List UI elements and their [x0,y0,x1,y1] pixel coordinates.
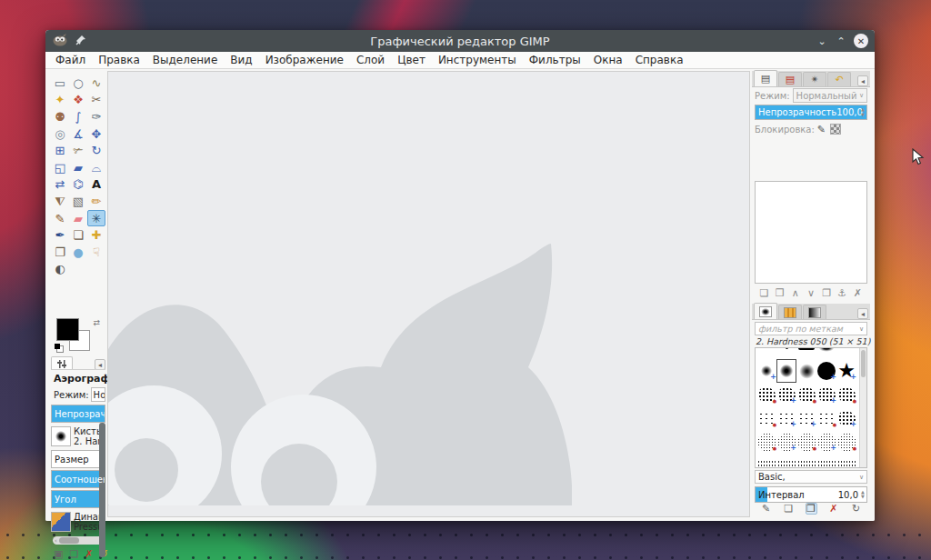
close-button[interactable]: ✕ [854,34,868,48]
aspect-ratio-slider[interactable]: Соотношени [51,470,105,488]
menu-help[interactable]: Справка [629,52,690,68]
tool-free-select[interactable]: ∿ [87,75,105,92]
tool-blend[interactable]: ▧ [69,193,87,210]
dynamics-preview-icon[interactable] [51,512,71,532]
brush-swatch[interactable] [816,347,836,359]
menu-image[interactable]: Изображение [259,52,350,68]
brush-filter-input[interactable]: фильтр по меткам ∨ [755,322,867,335]
brush-swatch[interactable] [756,454,776,468]
brush-swatch[interactable] [796,430,816,454]
layers-dock-menu-button[interactable]: ◂ [857,75,868,86]
tool-align[interactable]: ⊞ [51,142,69,159]
size-slider[interactable]: Размер [51,450,105,468]
duplicate-layer-button[interactable]: ❐ [821,287,833,299]
tool-move[interactable]: ✥ [87,125,105,143]
tool-foreground-select[interactable]: ⚉ [51,108,69,125]
brush-swatch[interactable] [756,383,776,406]
brushes-tab[interactable] [754,303,777,319]
tool-paintbrush[interactable]: ✎ [51,210,69,227]
tool-ellipse-select[interactable]: ○ [69,75,87,92]
brush-swatch[interactable] [816,406,836,430]
brush-swatch[interactable] [756,347,776,359]
menu-edit[interactable]: Правка [92,52,146,68]
tool-color-picker[interactable]: ✑ [87,108,105,125]
new-brush-button[interactable]: ❏ [783,503,795,515]
paths-tab[interactable]: ✴ [803,72,826,86]
tool-blur-sharpen[interactable]: ● [69,244,87,261]
menu-view[interactable]: Вид [224,52,258,68]
brush-swatch[interactable] [776,454,796,468]
brush-swatch[interactable] [816,454,836,468]
horizontal-scrollbar[interactable]: ‹› [53,536,104,545]
tool-scissors-select[interactable]: ✂ [87,92,105,109]
tool-zoom[interactable]: ◎ [51,125,69,143]
titlebar[interactable]: Графический редактор GIMP ⌄ ⌃ ✕ [45,30,875,52]
brush-swatch[interactable] [836,430,856,454]
menu-tools[interactable]: Инструменты [432,52,523,68]
brush-swatch[interactable] [796,406,816,430]
brush-swatch[interactable] [796,454,816,468]
new-layer-group-button[interactable]: ❒ [774,287,786,299]
tool-rotate[interactable]: ↻ [87,142,105,159]
tool-eraser[interactable]: ▰ [69,210,87,227]
tool-scale[interactable]: ◱ [51,159,69,176]
brush-swatch[interactable] [796,383,816,406]
opacity-spinner[interactable]: ▲▼ [859,106,866,118]
menu-filters[interactable]: Фильтры [523,52,587,68]
layer-opacity-slider[interactable]: Непрозрачность 100,0 ▲▼ [755,105,867,120]
brush-swatch[interactable] [836,406,856,430]
delete-tool-preset-button[interactable]: ✗ [85,548,93,560]
lock-pixels-icon[interactable]: ✎ [817,124,826,135]
default-colors-icon[interactable] [55,344,64,353]
swap-colors-icon[interactable]: ⇄ [93,318,100,327]
maximize-button[interactable]: ⌃ [835,35,847,47]
layer-mode-combo[interactable]: Нормальный ∨ [793,88,867,103]
tool-shear[interactable]: ▰ [69,159,87,176]
tool-pencil[interactable]: ✏ [87,193,105,210]
brush-tag-combo[interactable]: Basic, ∨ [755,470,867,484]
tool-options-scrollbar[interactable] [99,423,105,557]
tool-paths[interactable]: ∫ [69,108,87,125]
brush-swatch[interactable] [756,359,776,383]
edit-brush-button[interactable]: ✎ [760,503,772,515]
raise-layer-button[interactable]: ∧ [789,287,801,299]
tool-ink[interactable]: ✒ [51,226,69,244]
brush-swatch[interactable] [776,406,796,430]
brush-swatch[interactable] [796,347,816,359]
patterns-tab[interactable] [778,305,802,319]
menu-windows[interactable]: Окна [587,52,629,68]
brush-swatch[interactable] [836,383,856,406]
tool-options-tab[interactable] [51,356,73,370]
layers-tab[interactable]: ▤ [754,70,777,86]
lower-layer-button[interactable]: ∨ [805,287,816,299]
save-tool-preset-button[interactable]: ▣ [54,548,63,560]
brushes-dock-menu-button[interactable]: ◂ [857,308,868,319]
tool-cage-transform[interactable]: ⌬ [69,176,87,194]
brush-swatch[interactable] [776,359,796,383]
tool-crop[interactable]: ✃ [69,142,87,159]
lock-alpha-icon[interactable] [830,124,841,135]
brush-swatch[interactable] [836,347,856,359]
delete-brush-button[interactable]: ✗ [827,503,839,515]
tool-select-by-color[interactable]: ❖ [69,92,87,109]
tool-smudge[interactable]: ☟ [87,244,105,261]
brush-swatch[interactable] [816,359,836,383]
tool-heal[interactable]: ✚ [87,226,105,244]
tool-clone[interactable]: ❏ [69,226,87,244]
channels-tab[interactable]: ▤ [778,72,802,86]
brush-selector-row[interactable]: Кисть 2. Hard [51,425,105,448]
tool-text[interactable]: A [87,176,105,194]
new-layer-button[interactable]: ❏ [758,287,770,299]
color-area[interactable]: ⇄ [55,318,102,355]
undo-history-tab[interactable]: ↶ [827,72,851,86]
tool-bucket-fill[interactable]: ⧨ [51,193,69,210]
brush-swatch[interactable] [836,454,856,468]
minimize-button[interactable]: ⌄ [816,35,828,47]
duplicate-brush-button[interactable]: ❐ [806,503,817,515]
gradients-tab[interactable] [803,305,826,319]
tool-perspective[interactable]: ⌓ [87,159,105,176]
pin-icon[interactable] [75,35,86,48]
menu-file[interactable]: Файл [49,52,92,68]
refresh-brushes-button[interactable]: ↻ [850,503,862,515]
brush-swatch[interactable] [776,430,796,454]
